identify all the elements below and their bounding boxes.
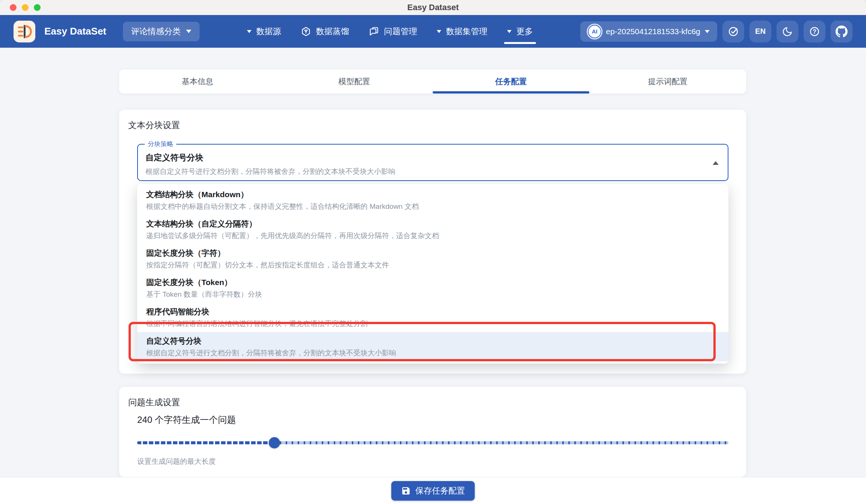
dropdown-option-fixed-token[interactable]: 固定长度分块（Token） 基于 Token 数量（而非字符数）分块: [137, 273, 728, 303]
active-nav-underline: [504, 42, 536, 44]
option-title: 文本结构分块（自定义分隔符）: [146, 219, 719, 229]
project-selector-label: 评论情感分类: [131, 26, 181, 37]
slider-value-label: 240 个字符生成一个问题: [137, 414, 236, 426]
minimize-window-button[interactable]: [22, 4, 29, 11]
help-icon: ?: [809, 26, 820, 37]
tab-label: 任务配置: [495, 76, 527, 87]
navbar-right-cluster: AI ep-20250412181533-kfc6g EN: [580, 21, 852, 42]
settings-tab-bar: 基本信息 模型配置 任务配置 提示词配置: [119, 69, 746, 94]
check-circle-icon: [728, 26, 739, 37]
option-title: 程序代码智能分块: [146, 306, 719, 317]
tab-label: 模型配置: [339, 76, 370, 87]
caret-down-icon: [186, 30, 191, 33]
slider-fill: [137, 441, 274, 444]
nav-item-datasets[interactable]: 数据集管理: [437, 26, 488, 37]
dark-mode-button[interactable]: [777, 21, 798, 42]
dropdown-option-code[interactable]: 程序代码智能分块 根据不同编程语言的语法结构进行智能分块，避免在语法不完整处分割: [137, 303, 728, 332]
nav-item-label: 更多: [516, 26, 533, 37]
option-description: 根据自定义符号进行文档分割，分隔符将被舍弃，分割的文本块不受块大小影响: [146, 348, 719, 358]
app-window: Easy Dataset Easy DataSet 评论情感分类 数据源: [0, 0, 866, 504]
question-length-slider[interactable]: [137, 437, 728, 448]
chunk-strategy-select[interactable]: 分块策略 自定义符号分块 根据自定义符号进行文档分割，分隔符将被舍弃，分割的文本…: [137, 144, 728, 181]
nav-item-label: 数据源: [256, 26, 281, 37]
task-status-button[interactable]: [722, 21, 744, 42]
ai-model-badge-icon: AI: [588, 25, 601, 38]
project-selector[interactable]: 评论情感分类: [123, 22, 200, 41]
section-title: 文本分块设置: [128, 119, 180, 131]
language-label: EN: [755, 27, 766, 36]
option-description: 根据不同编程语言的语法结构进行智能分块，避免在语法不完整处分割: [146, 319, 719, 328]
footer-bar: 保存任务配置: [0, 477, 866, 504]
caret-down-icon: [507, 30, 512, 33]
active-tab-underline: [433, 91, 589, 94]
collapse-arrow-icon[interactable]: [713, 161, 719, 165]
dropdown-option-fixed-char[interactable]: 固定长度分块（字符） 按指定分隔符（可配置）切分文本，然后按指定长度组合，适合普…: [137, 244, 728, 273]
nav-item-datasource[interactable]: 数据源: [247, 26, 281, 37]
nav-menu: 数据源 数据蒸馏 问题管理 数据集管理: [247, 26, 533, 37]
tab-basic-info[interactable]: 基本信息: [119, 69, 276, 94]
easy-dataset-logo-icon: [14, 20, 35, 43]
help-glyph: ?: [813, 28, 816, 35]
tab-label: 基本信息: [182, 76, 213, 87]
language-toggle-button[interactable]: EN: [749, 21, 771, 42]
question-generation-card: 问题生成设置 240 个字符生成一个问题 设置生成问题的最大长度: [119, 387, 746, 477]
zoom-window-button[interactable]: [34, 4, 41, 11]
caret-down-icon: [247, 30, 251, 33]
option-title: 自定义符号分块: [146, 336, 719, 346]
model-selector[interactable]: AI ep-20250412181533-kfc6g: [580, 21, 717, 42]
text-chunk-settings-card: 文本分块设置 分块策略 自定义符号分块 根据自定义符号进行文档分割，分隔符将被舍…: [119, 110, 746, 374]
slider-caption: 设置生成问题的最大长度: [137, 457, 216, 466]
tab-task-config[interactable]: 任务配置: [433, 69, 589, 94]
save-button-label: 保存任务配置: [415, 485, 465, 496]
nav-item-questions[interactable]: 问题管理: [369, 26, 417, 37]
save-task-config-button[interactable]: 保存任务配置: [391, 481, 475, 501]
select-label: 分块策略: [145, 140, 176, 148]
dropdown-option-markdown[interactable]: 文档结构分块（Markdown） 根据文档中的标题自动分割文本，保持语义完整性，…: [137, 186, 728, 215]
option-description: 根据文档中的标题自动分割文本，保持语义完整性，适合结构化清晰的 Markdown…: [146, 202, 719, 211]
caret-down-icon: [705, 30, 710, 33]
help-button[interactable]: ?: [804, 21, 825, 42]
option-description: 递归地尝试多级分隔符（可配置），先用优先级高的分隔符，再用次级分隔符，适合复杂文…: [146, 231, 719, 240]
distill-hexagon-icon: [301, 26, 311, 37]
page-content: 基本信息 模型配置 任务配置 提示词配置 文本分块设置 分块策略 自定义符号分块…: [0, 48, 866, 504]
option-description: 基于 Token 数量（而非字符数）分块: [146, 290, 719, 299]
option-title: 固定长度分块（Token）: [146, 277, 719, 287]
nav-item-label: 数据蒸馏: [316, 26, 349, 37]
dropdown-option-custom-symbol[interactable]: 自定义符号分块 根据自定义符号进行文档分割，分隔符将被舍弃，分割的文本块不受块大…: [137, 332, 728, 361]
macos-titlebar: Easy Dataset: [0, 0, 866, 15]
tab-prompt-config[interactable]: 提示词配置: [589, 69, 746, 94]
nav-item-label: 数据集管理: [446, 26, 488, 37]
top-navbar: Easy DataSet 评论情感分类 数据源 数据蒸馏: [0, 15, 866, 48]
nav-item-distill[interactable]: 数据蒸馏: [301, 26, 349, 37]
chat-icon: [369, 26, 379, 37]
caret-down-icon: [437, 30, 441, 33]
section-title: 问题生成设置: [128, 397, 180, 408]
select-description: 根据自定义符号进行文档分割，分隔符将被舍弃，分割的文本块不受块大小影响: [145, 167, 701, 177]
nav-item-more[interactable]: 更多: [507, 26, 533, 37]
tab-label: 提示词配置: [648, 76, 687, 87]
chunk-strategy-dropdown: 文档结构分块（Markdown） 根据文档中的标题自动分割文本，保持语义完整性，…: [137, 184, 728, 364]
github-button[interactable]: [831, 21, 852, 42]
github-icon: [836, 26, 848, 38]
app-logo[interactable]: [14, 21, 35, 42]
dropdown-option-text-structure[interactable]: 文本结构分块（自定义分隔符） 递归地尝试多级分隔符（可配置），先用优先级高的分隔…: [137, 215, 728, 244]
slider-thumb[interactable]: [269, 437, 280, 448]
nav-item-label: 问题管理: [384, 26, 417, 37]
close-window-button[interactable]: [10, 4, 17, 11]
window-title: Easy Dataset: [407, 3, 459, 12]
option-title: 文档结构分块（Markdown）: [146, 189, 719, 199]
tab-model-config[interactable]: 模型配置: [276, 69, 433, 94]
option-title: 固定长度分块（字符）: [146, 248, 719, 258]
model-selector-label: ep-20250412181533-kfc6g: [606, 27, 700, 36]
save-icon: [401, 486, 411, 496]
brand-name: Easy DataSet: [44, 26, 106, 37]
option-description: 按指定分隔符（可配置）切分文本，然后按指定长度组合，适合普通文本文件: [146, 260, 719, 270]
select-value: 自定义符号分块: [145, 152, 701, 163]
moon-icon: [782, 26, 793, 37]
